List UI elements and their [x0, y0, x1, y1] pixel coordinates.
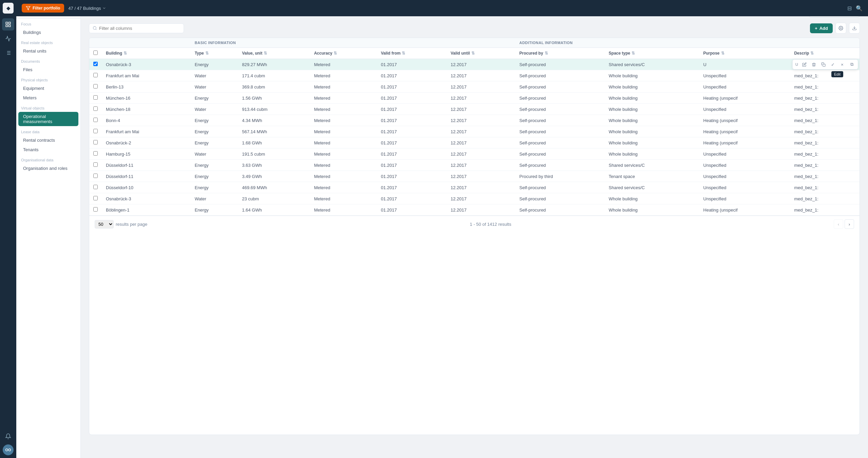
col-header-accuracy[interactable]: Accuracy⇅ [310, 48, 377, 59]
section-additional-info: Additional information [515, 38, 860, 48]
sidebar-section-label: Documents [16, 56, 80, 65]
table-row[interactable]: Düsseldorf-11Energy3.63 GWhMetered01.201… [89, 160, 860, 171]
next-page-button[interactable]: › [845, 219, 854, 229]
table-toolbar: + Add [89, 23, 860, 34]
table-row[interactable]: Düsseldorf-10Energy469.69 MWhMetered01.2… [89, 182, 860, 193]
sidebar-section-label: Real estate objects [16, 37, 80, 46]
data-table: Basic information Additional information… [89, 38, 860, 216]
svg-rect-3 [9, 25, 11, 27]
svg-point-13 [93, 26, 96, 29]
sidebar-item-operational-measurements[interactable]: Operational measurements [18, 112, 78, 126]
pagination-nav: ‹ › [834, 219, 854, 229]
col-header-purpose[interactable]: Purpose⇅ [699, 48, 790, 59]
edit-tooltip: Edit [831, 71, 843, 77]
user-avatar[interactable]: OO [3, 444, 14, 455]
col-header-valid-from[interactable]: Valid from⇅ [377, 48, 447, 59]
topbar-search-icon[interactable]: 🔍 [856, 5, 863, 12]
sidebar-item-rental-contracts[interactable]: Rental contracts [18, 136, 78, 145]
nav-notifications[interactable] [2, 430, 14, 442]
search-icon [93, 26, 97, 31]
sidebar-item-organisation-and-roles[interactable]: Organisation and roles [18, 164, 78, 173]
sidebar-section-label: Organisational data [16, 155, 80, 163]
table-row[interactable]: Bonn-4Energy4.34 MWhMetered01.201712.201… [89, 115, 860, 126]
table-row[interactable]: Frankfurt am MaiEnergy567.14 MWhMetered0… [89, 126, 860, 137]
sidebar-item-meters[interactable]: Meters [18, 93, 78, 102]
col-header-value--unit[interactable]: Value, unit⇅ [238, 48, 310, 59]
copy-row-button[interactable] [819, 60, 827, 68]
sidebar-item-tenants[interactable]: Tenants [18, 145, 78, 154]
toolbar-right: + Add [810, 23, 860, 34]
sidebar-section-label: Physical objects [16, 75, 80, 83]
search-box [89, 23, 184, 33]
pagination: 2550100 results per page 1 - 50 of 1412 … [89, 216, 860, 232]
table-row[interactable]: Böblingen-1Energy1.64 GWhMetered01.20171… [89, 204, 860, 216]
add-button[interactable]: + Add [810, 23, 833, 33]
sidebar-section-label: Focus [16, 19, 80, 27]
svg-line-14 [96, 29, 96, 30]
confirm-row-button[interactable]: ✓ [829, 60, 837, 68]
per-page-select[interactable]: 2550100 [95, 220, 114, 228]
nav-charts[interactable] [2, 33, 14, 45]
table-row[interactable]: München-18Water913.44 cubmMetered01.2017… [89, 104, 860, 115]
sidebar-section-label: Virtual objects [16, 103, 80, 112]
prev-icon: ‹ [838, 222, 839, 227]
app-logo: ◆ [3, 3, 14, 14]
nav-list[interactable] [2, 47, 14, 59]
table-wrapper: Basic information Additional information… [89, 38, 860, 435]
col-header-building[interactable]: Building⇅ [102, 48, 191, 59]
select-all-header[interactable] [89, 48, 102, 59]
table-row[interactable]: Frankfurt am MaiWater171.4 cubmMetered01… [89, 70, 860, 81]
col-header-valid-until[interactable]: Valid until⇅ [447, 48, 515, 59]
col-header-descrip[interactable]: Descrip⇅ [790, 48, 860, 59]
per-page-selector: 2550100 results per page [95, 220, 147, 228]
table-row[interactable]: Osnabrück-2Energy1.68 GWhMetered01.20171… [89, 137, 860, 148]
sidebar-item-files[interactable]: Files [18, 65, 78, 74]
table-row[interactable]: München-16Energy1.56 GWhMetered01.201712… [89, 93, 860, 104]
plus-icon: + [815, 26, 817, 31]
download-icon [852, 26, 857, 31]
table-row[interactable]: Osnabrück-3Energy829.27 MWhMetered01.201… [89, 59, 860, 70]
sidebar: Data management 🏢 Building (47) FocusBui… [16, 0, 81, 458]
table-row[interactable]: Berlin-13Water369.8 cubmMetered01.201712… [89, 81, 860, 93]
gear-icon [838, 26, 843, 31]
table-row[interactable]: Hamburg-15Water191.5 cubmMetered01.20171… [89, 148, 860, 160]
sidebar-item-equipment[interactable]: Equipment [18, 84, 78, 93]
settings-button[interactable] [835, 23, 846, 34]
edit-row-button[interactable] [800, 60, 808, 68]
icon-bar: ◆ OO [0, 0, 16, 458]
table-row[interactable]: Düsseldorf-11Energy3.49 GWhMetered01.201… [89, 171, 860, 182]
sidebar-item-rental-units[interactable]: Rental units [18, 46, 78, 56]
nav-data-management[interactable] [2, 18, 14, 31]
section-basic-info: Basic information [191, 38, 515, 48]
next-icon: › [849, 222, 850, 227]
row-count: U [795, 62, 799, 66]
table-row[interactable]: Osnabrück-3Water23 cubmMetered01.201712.… [89, 193, 860, 204]
col-header-procured-by[interactable]: Procured by⇅ [515, 48, 605, 59]
delete-row-button[interactable] [810, 60, 818, 68]
pagination-info: 1 - 50 of 1412 results [470, 222, 511, 227]
col-header-type[interactable]: Type⇅ [191, 48, 238, 59]
more-row-button[interactable]: ⧉ [848, 60, 856, 68]
buildings-selector[interactable]: 47 / 47 Buildings [81, 6, 106, 11]
search-input[interactable] [99, 26, 180, 31]
main-inner: Operational measurements Check plausibil… [81, 0, 868, 442]
sidebar-section-label: Lease data [16, 126, 80, 135]
col-header-space-type[interactable]: Space type⇅ [605, 48, 699, 59]
download-button[interactable] [849, 23, 860, 34]
topbar-right: ⊟ 🔍 [847, 5, 863, 12]
svg-rect-1 [9, 22, 11, 24]
prev-page-button[interactable]: ‹ [834, 219, 843, 229]
sidebar-item-buildings[interactable]: Buildings [18, 28, 78, 37]
svg-rect-2 [6, 25, 7, 27]
topbar-filter-icon[interactable]: ⊟ [847, 5, 852, 12]
row-actions: U ✓ × ⧉ [792, 59, 858, 69]
topbar: Filter portfolio 47 / 47 Buildings ⊟ 🔍 [81, 0, 868, 16]
close-row-button[interactable]: × [838, 60, 846, 68]
svg-rect-0 [6, 22, 7, 24]
content-area: Operational measurements Check plausibil… [81, 0, 868, 442]
svg-rect-17 [823, 64, 825, 66]
svg-point-15 [840, 27, 842, 29]
